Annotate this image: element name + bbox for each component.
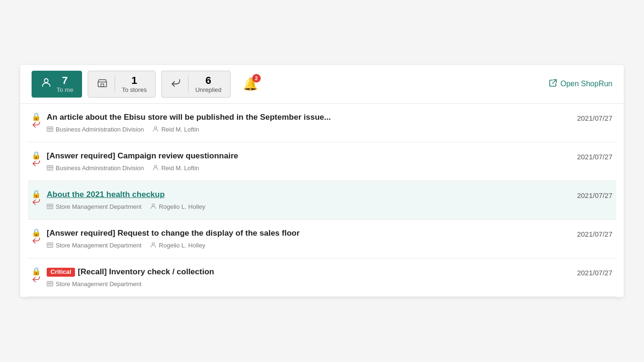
message-item[interactable]: 🔒 An article about the Ebisu store will … bbox=[28, 104, 616, 142]
sender-item: Rogelio L. Holley bbox=[150, 241, 205, 249]
svg-point-0 bbox=[44, 79, 48, 82]
building-icon bbox=[47, 241, 53, 249]
message-item-critical[interactable]: 🔒 Critical[Recall] Inventory check / col… bbox=[28, 258, 616, 297]
svg-point-18 bbox=[152, 204, 155, 206]
message-item[interactable]: 🔒 [Answer required] Campaign review ques… bbox=[28, 142, 616, 181]
svg-rect-4 bbox=[47, 127, 53, 132]
sender-item: Rogelio L. Holley bbox=[150, 203, 205, 211]
svg-point-13 bbox=[155, 165, 157, 168]
tab-to-me[interactable]: 7 To me bbox=[32, 71, 82, 98]
department-item: Business Administration Division bbox=[47, 125, 144, 133]
building-icon bbox=[47, 125, 53, 133]
message-date: 2021/07/27 bbox=[570, 114, 612, 122]
lock-icon: 🔒 bbox=[32, 152, 41, 159]
message-item-highlighted[interactable]: 🔒 About the 2021 health checkup bbox=[28, 181, 616, 220]
person-meta-icon bbox=[152, 164, 159, 172]
open-shoprun-label: Open ShopRun bbox=[561, 80, 612, 88]
tab-to-stores-info: 1 To stores bbox=[122, 75, 147, 93]
tab-unreplied-info: 6 Unreplied bbox=[195, 75, 222, 93]
sender-name: Reid M. Loftin bbox=[161, 126, 199, 133]
message-date: 2021/07/27 bbox=[570, 153, 612, 161]
divider bbox=[188, 75, 189, 92]
message-icons: 🔒 bbox=[32, 152, 41, 168]
tab-unreplied[interactable]: 6 Unreplied bbox=[161, 71, 231, 98]
reply-icon bbox=[33, 276, 40, 284]
message-content: About the 2021 health checkup Store Mana… bbox=[47, 189, 564, 211]
department-item: Store Management Department bbox=[47, 280, 141, 288]
message-meta: Store Management Department Rogelio L. H… bbox=[47, 203, 564, 211]
sender-name: Rogelio L. Holley bbox=[159, 242, 205, 249]
lock-icon: 🔒 bbox=[32, 190, 41, 198]
message-icons: 🔒 bbox=[32, 113, 41, 129]
lock-icon: 🔒 bbox=[32, 229, 41, 237]
message-item[interactable]: 🔒 [Answer required] Request to change th… bbox=[28, 220, 616, 258]
svg-point-8 bbox=[155, 126, 157, 129]
lock-icon: 🔒 bbox=[32, 113, 41, 121]
department-name: Business Administration Division bbox=[56, 165, 144, 172]
message-meta: Store Management Department Rogelio L. H… bbox=[47, 241, 564, 249]
svg-point-23 bbox=[152, 243, 155, 245]
lock-icon: 🔒 bbox=[32, 268, 41, 275]
message-content: [Answer required] Campaign review questi… bbox=[47, 151, 564, 172]
tab-unreplied-count: 6 bbox=[206, 75, 211, 86]
department-name: Store Management Department bbox=[56, 280, 141, 288]
person-meta-icon bbox=[150, 203, 157, 211]
message-date: 2021/07/27 bbox=[570, 191, 612, 199]
tab-to-me-label: To me bbox=[57, 86, 73, 93]
svg-rect-19 bbox=[47, 243, 53, 247]
sender-item: Reid M. Loftin bbox=[152, 164, 199, 172]
message-content: An article about the Ebisu store will be… bbox=[47, 112, 564, 133]
message-date: 2021/07/27 bbox=[570, 269, 612, 277]
open-shoprun-button[interactable]: Open ShopRun bbox=[548, 78, 612, 90]
svg-line-3 bbox=[553, 80, 556, 83]
sender-name: Rogelio L. Holley bbox=[159, 203, 205, 210]
reply-icon bbox=[33, 122, 40, 129]
divider bbox=[115, 75, 115, 92]
message-title: Critical[Recall] Inventory check / colle… bbox=[47, 267, 564, 277]
message-icons: 🔒 bbox=[32, 229, 41, 245]
message-content: [Answer required] Request to change the … bbox=[47, 228, 564, 249]
building-icon bbox=[47, 203, 53, 211]
building-icon bbox=[47, 164, 53, 172]
sender-name: Reid M. Loftin bbox=[161, 165, 199, 172]
message-content: Critical[Recall] Inventory check / colle… bbox=[47, 267, 564, 288]
person-icon bbox=[41, 77, 52, 91]
reply-icon bbox=[33, 199, 40, 206]
department-item: Business Administration Division bbox=[47, 164, 144, 172]
tab-to-stores-label: To stores bbox=[122, 86, 147, 93]
department-name: Store Management Department bbox=[56, 203, 141, 210]
critical-badge: Critical bbox=[47, 268, 75, 277]
message-icons: 🔒 bbox=[32, 190, 41, 206]
person-meta-icon bbox=[150, 241, 157, 249]
department-item: Store Management Department bbox=[47, 203, 141, 211]
tab-to-me-count: 7 bbox=[62, 75, 68, 86]
svg-rect-24 bbox=[47, 281, 53, 286]
notification-button[interactable]: 🔔 2 bbox=[240, 74, 261, 94]
message-list: 🔒 An article about the Ebisu store will … bbox=[20, 104, 624, 297]
message-title: [Answer required] Campaign review questi… bbox=[47, 151, 564, 161]
building-icon bbox=[47, 280, 53, 288]
message-title: An article about the Ebisu store will be… bbox=[47, 112, 564, 123]
svg-rect-9 bbox=[47, 165, 53, 170]
app-container: 7 To me 1 To stores bbox=[20, 65, 624, 297]
department-item: Store Management Department bbox=[47, 241, 141, 249]
message-date: 2021/07/27 bbox=[570, 230, 612, 238]
reply-icon bbox=[33, 238, 40, 245]
department-name: Business Administration Division bbox=[56, 126, 144, 133]
svg-rect-1 bbox=[98, 82, 107, 87]
message-meta: Store Management Department bbox=[47, 280, 564, 288]
department-name: Store Management Department bbox=[56, 242, 141, 249]
tab-to-stores[interactable]: 1 To stores bbox=[88, 71, 156, 98]
message-meta: Business Administration Division Reid M.… bbox=[47, 125, 564, 133]
toolbar: 7 To me 1 To stores bbox=[20, 65, 624, 104]
person-meta-icon bbox=[152, 125, 159, 133]
tab-to-stores-count: 1 bbox=[132, 75, 137, 86]
notification-badge: 2 bbox=[252, 74, 261, 82]
reply-arrow-icon bbox=[170, 77, 182, 91]
svg-rect-2 bbox=[101, 84, 104, 87]
store-icon bbox=[97, 77, 108, 91]
message-title: [Answer required] Request to change the … bbox=[47, 228, 564, 239]
message-meta: Business Administration Division Reid M.… bbox=[47, 164, 564, 172]
svg-rect-14 bbox=[47, 204, 53, 209]
message-icons: 🔒 bbox=[32, 268, 41, 284]
